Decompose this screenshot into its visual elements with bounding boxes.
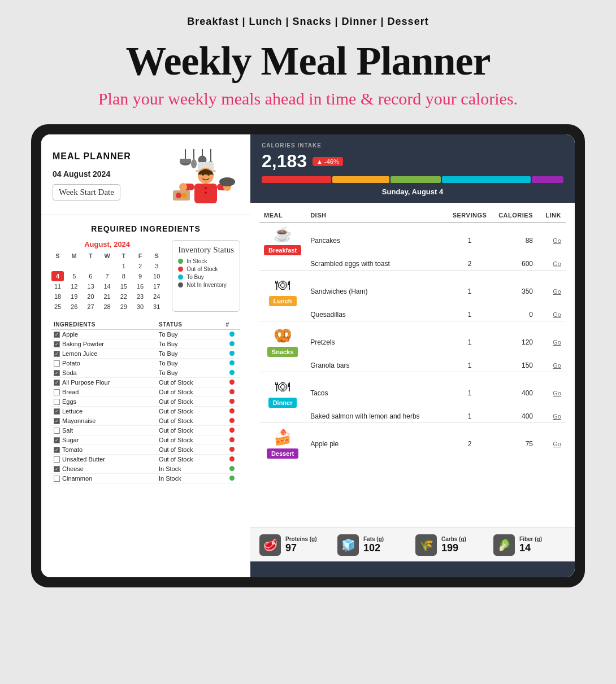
ingredient-checkbox[interactable]: ✓ — [54, 437, 60, 443]
ingredient-name-cell[interactable]: Salt — [51, 426, 157, 435]
calendar-cell[interactable]: 3 — [150, 261, 163, 271]
ingredient-checkbox[interactable]: ✓ — [54, 332, 60, 338]
ingredient-name: Cinammon — [62, 475, 92, 482]
ingredient-name-cell[interactable]: Unsalted Butter — [51, 455, 157, 464]
meal-link[interactable]: Go — [537, 271, 566, 309]
calendar-cell[interactable]: 15 — [118, 281, 130, 291]
go-link[interactable]: Go — [553, 311, 561, 318]
calendar-cell[interactable]: 12 — [68, 281, 80, 291]
ingredient-checkbox[interactable]: ✓ — [54, 466, 60, 472]
ingredient-name-cell[interactable]: ✓Mayonnaise — [51, 416, 157, 426]
meal-badge-lunch: Lunch — [269, 296, 297, 306]
meal-servings: 1 — [447, 308, 492, 321]
go-link[interactable]: Go — [553, 390, 561, 397]
ingredient-name-cell[interactable]: ✓Sugar — [51, 435, 157, 445]
go-link[interactable]: Go — [553, 339, 561, 346]
meal-link[interactable]: Go — [537, 223, 566, 258]
meal-link[interactable]: Go — [537, 423, 566, 461]
calendar-grid: SMTWTFS123456789101112131415161718192021… — [51, 251, 163, 312]
ingredient-name-cell[interactable]: ✓Soda — [51, 368, 157, 378]
ingredient-name-cell[interactable]: Eggs — [51, 397, 157, 407]
calendar-cell[interactable]: 24 — [150, 291, 163, 302]
meal-link[interactable]: Go — [537, 410, 566, 423]
calendar-cell[interactable]: 7 — [101, 271, 114, 281]
ingredient-checkbox[interactable]: ✓ — [54, 447, 60, 453]
calendar-cell[interactable]: 31 — [150, 302, 163, 312]
calendar-cell[interactable]: 27 — [84, 302, 97, 312]
calendar-cell[interactable]: 9 — [134, 271, 146, 281]
progress-bar-segment-0 — [262, 176, 331, 183]
ingredient-name: Lettuce — [62, 408, 83, 415]
go-link[interactable]: Go — [553, 288, 561, 295]
ingredient-checkbox[interactable]: ✓ — [54, 418, 60, 424]
go-link[interactable]: Go — [553, 441, 561, 447]
ingredient-checkbox[interactable] — [54, 360, 60, 367]
ingredient-checkbox[interactable] — [54, 456, 60, 463]
meal-link[interactable]: Go — [537, 321, 566, 360]
calendar-cell[interactable]: 5 — [68, 271, 80, 281]
ingredient-checkbox[interactable] — [54, 389, 60, 395]
ingredient-name-cell[interactable]: ✓Lemon Juice — [51, 349, 157, 359]
meal-icon-cell — [259, 258, 306, 271]
calendar-cell[interactable]: 16 — [134, 281, 146, 291]
calendar-cell[interactable]: 19 — [68, 291, 80, 302]
meal-link[interactable]: Go — [537, 258, 566, 271]
ingredient-name-cell[interactable]: Potato — [51, 359, 157, 368]
ingredient-status-dot — [229, 351, 235, 356]
go-link[interactable]: Go — [553, 413, 561, 420]
calendar-cell[interactable]: 23 — [134, 291, 146, 302]
ingredient-name-cell[interactable]: ✓Baking Powder — [51, 339, 157, 349]
calendar-cell[interactable]: 8 — [118, 271, 130, 281]
week-start-button[interactable]: Week Start Date — [53, 184, 120, 201]
ingredient-checkbox[interactable]: ✓ — [54, 341, 60, 347]
ingredient-name-cell[interactable]: ✓Lettuce — [51, 407, 157, 416]
calendar-cell[interactable]: 10 — [150, 271, 163, 281]
ingredient-name-cell[interactable]: ✓Tomato — [51, 445, 157, 455]
ingredient-name-cell[interactable]: ✓All Purpose Flour — [51, 378, 157, 387]
go-link[interactable]: Go — [553, 362, 561, 369]
ingredient-name-cell[interactable]: Cinammon — [51, 474, 157, 483]
calendar-cell[interactable]: 28 — [101, 302, 114, 312]
calendar-cell[interactable]: 18 — [51, 291, 64, 302]
ingredient-name-cell[interactable]: ✓Apple — [51, 330, 157, 339]
ingredient-name-cell[interactable]: Bread — [51, 387, 157, 397]
calendar-cell[interactable]: 29 — [118, 302, 130, 312]
ing-header-name: INGREDIENTS — [51, 320, 157, 330]
ingredient-dot-cell — [224, 339, 240, 349]
ingredient-checkbox[interactable]: ✓ — [54, 408, 60, 415]
ingredient-checkbox[interactable] — [54, 399, 60, 405]
meal-badge-dinner: Dinner — [268, 398, 297, 408]
calendar-cell[interactable]: 6 — [84, 271, 97, 281]
meal-link[interactable]: Go — [537, 359, 566, 372]
ingredient-name-cell[interactable]: ✓Cheese — [51, 464, 157, 474]
go-link[interactable]: Go — [553, 260, 561, 267]
status-dot-red — [178, 267, 183, 272]
meal-link[interactable]: Go — [537, 372, 566, 411]
right-panel: CALORIES INTAKE 2,183 ▲ -46% Sunday, Aug… — [250, 134, 575, 577]
calendar-cell[interactable]: 26 — [68, 302, 80, 312]
go-link[interactable]: Go — [553, 237, 561, 244]
meal-calories: 120 — [492, 321, 537, 360]
ingredient-checkbox[interactable] — [54, 476, 60, 482]
calendar-cell[interactable]: 4 — [51, 271, 64, 281]
calendar-cell[interactable]: 20 — [84, 291, 97, 302]
calendar-cell[interactable]: 2 — [134, 261, 146, 271]
ingredient-checkbox[interactable] — [54, 428, 60, 434]
calendar-cell[interactable]: 21 — [101, 291, 114, 302]
calendar-cell[interactable]: 13 — [84, 281, 97, 291]
meal-icon-cell: 🍽Dinner — [259, 372, 306, 411]
calendar-cell[interactable]: 14 — [101, 281, 114, 291]
meal-row: Quesadillas10Go — [259, 308, 566, 321]
th-servings: SERVINGS — [447, 208, 492, 223]
calendar-cell[interactable]: 22 — [118, 291, 130, 302]
meal-link[interactable]: Go — [537, 308, 566, 321]
meal-row: ☕BreakfastPancakes188Go — [259, 223, 566, 258]
calendar-cell[interactable]: 17 — [150, 281, 163, 291]
calendar-cell[interactable]: 25 — [51, 302, 64, 312]
calendar-cell[interactable]: 30 — [134, 302, 146, 312]
ingredient-checkbox[interactable]: ✓ — [54, 370, 60, 376]
calendar-cell[interactable]: 1 — [118, 261, 130, 271]
calendar-cell[interactable]: 11 — [51, 281, 64, 291]
ingredient-checkbox[interactable]: ✓ — [54, 380, 60, 386]
ingredient-checkbox[interactable]: ✓ — [54, 351, 60, 357]
